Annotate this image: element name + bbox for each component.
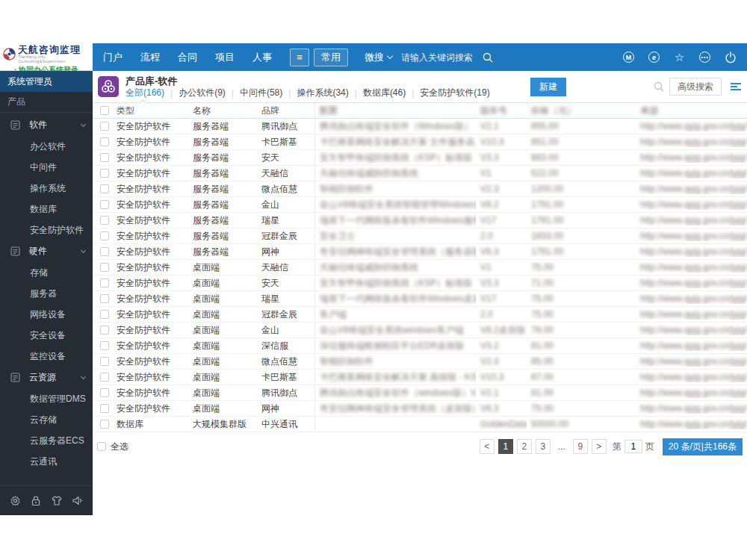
table-row[interactable]: 安全防护软件桌面端网神奇安信网神终端安全管理系统（桌面版）V6.375.00ht… [93, 401, 747, 417]
row-checkbox[interactable] [100, 184, 109, 193]
table-row[interactable]: 安全防护软件服务器端微点佰慧智能防御软件V2.31200.00http://ww… [93, 181, 747, 197]
row-checkbox[interactable] [100, 373, 109, 382]
table-search-icon[interactable] [653, 81, 665, 93]
page-jump-input[interactable] [624, 440, 642, 453]
menu-icon[interactable]: ≡ [290, 49, 309, 66]
theme-shirt-icon[interactable] [50, 494, 63, 508]
table-row[interactable]: 安全防护软件桌面端微点佰慧智能防御软件V2.385.00http://www.q… [93, 354, 747, 370]
nav-item-4[interactable]: 人事 [252, 51, 272, 64]
search-scope-label[interactable]: 微搜 [365, 51, 384, 64]
sound-speaker-icon[interactable] [71, 494, 84, 508]
tab-2[interactable]: 中间件(58) [240, 87, 282, 99]
sidebar-item-2-1[interactable]: 云存储 [0, 409, 93, 430]
settings-gear-icon[interactable] [8, 494, 22, 508]
global-search-input[interactable] [401, 52, 482, 63]
row-checkbox[interactable] [100, 247, 109, 256]
sidebar-item-2-3[interactable]: 云通讯 [0, 451, 93, 472]
table-row[interactable]: 安全防护软件桌面端安天安天智甲终端防御系统（KSP）标准版V3.371.00ht… [93, 276, 747, 291]
blurred-text: http://www.qyjg.gov.cn/jyjg/ [640, 419, 747, 429]
row-checkbox[interactable] [100, 169, 109, 178]
row-checkbox[interactable] [100, 122, 109, 131]
table-row[interactable]: 安全防护软件桌面端瑞星瑞星下一代网络版杀毒软件Windows桌面版V1775.0… [93, 291, 747, 307]
row-checkbox[interactable] [100, 357, 109, 366]
row-checkbox[interactable] [100, 326, 109, 335]
sidebar-item-1-0[interactable]: 存储 [0, 262, 93, 283]
page-size-summary[interactable]: 20 条/页|共166条 [663, 438, 743, 455]
table-row[interactable]: 安全防护软件服务器端网神奇安信网神终端安全管理系统（服务器版）V6.31791.… [93, 244, 747, 260]
table-row[interactable]: 数据库大规模集群版中兴通讯GoldenData s...50000.00http… [93, 417, 747, 432]
sidebar-item-1-3[interactable]: 安全设备 [0, 325, 93, 346]
page-button-9[interactable]: 9 [573, 439, 588, 454]
lock-icon[interactable] [29, 494, 43, 508]
search-icon[interactable] [482, 52, 494, 63]
tab-1[interactable]: 办公软件(9) [179, 87, 226, 99]
sidebar-item-1-2[interactable]: 网络设备 [0, 304, 93, 325]
sidebar-item-1-4[interactable]: 监控设备 [0, 346, 93, 367]
advanced-search-button[interactable]: 高级搜索 [669, 78, 722, 96]
sidebar-item-0-0[interactable]: 办公软件 [0, 136, 93, 157]
sidebar-item-1-1[interactable]: 服务器 [0, 283, 93, 304]
row-checkbox[interactable] [100, 404, 109, 413]
table-row[interactable]: 安全防护软件服务器端卡巴斯基卡巴斯基网络安全解决方案 文件服务器…V10.385… [93, 134, 747, 150]
page-button-1[interactable]: 1 [498, 439, 513, 454]
m-circle-icon[interactable]: M [622, 51, 635, 63]
row-checkbox[interactable] [100, 294, 109, 303]
row-checkbox[interactable] [100, 279, 109, 287]
table-row[interactable]: 安全防护软件桌面端天融信天融信终端威胁防御系统V175.00http://www… [93, 260, 747, 276]
sidebar-item-0-1[interactable]: 中间件 [0, 157, 93, 178]
sidebar-item-2-0[interactable]: 数据管理DMS [0, 388, 93, 409]
star-icon[interactable]: ☆ [673, 51, 686, 63]
nav-item-2[interactable]: 合同 [178, 51, 197, 64]
next-page-button[interactable]: > [592, 439, 607, 454]
table-row[interactable]: 安全防护软件桌面端卡巴斯基卡巴斯基网络安全解决方案 高级版 - KSCV10.3… [93, 370, 747, 385]
table-row[interactable]: 安全防护软件服务器端金山金山V8终端安全系统智能管理Windows服务器版V8.… [93, 197, 747, 213]
sidebar-item-2-2[interactable]: 云服务器ECS [0, 430, 93, 451]
table-row[interactable]: 安全防护软件桌面端金山金山V8终端安全系统windows客户端V8.2桌面版76… [93, 323, 747, 338]
table-row[interactable]: 安全防护软件服务器端冠群金辰安全卫士2.01833.00http://www.q… [93, 228, 747, 244]
row-checkbox[interactable] [100, 310, 109, 319]
message-e-icon[interactable]: e [648, 51, 660, 63]
nav-item-pinned[interactable]: 常用 [314, 49, 348, 66]
nav-item-1[interactable]: 流程 [140, 51, 160, 64]
table-search-input[interactable] [572, 78, 653, 96]
table-row[interactable]: 安全防护软件服务器端安天安天智甲终端防御系统（KSP）标准版V3.3883.00… [93, 150, 747, 166]
tab-3[interactable]: 操作系统(34) [297, 87, 348, 99]
tab-4[interactable]: 数据库(46) [363, 87, 406, 99]
row-checkbox[interactable] [100, 216, 109, 225]
table-row[interactable]: 安全防护软件服务器端瑞星瑞星下一代网络版杀毒软件Windows服务器版V1717… [93, 213, 747, 228]
more-dots-icon[interactable]: ••• [698, 51, 711, 63]
row-checkbox[interactable] [100, 200, 109, 209]
sidebar-item-0-4[interactable]: 安全防护软件 [0, 220, 93, 240]
table-row[interactable]: 安全防护软件服务器端天融信天融信终端威胁防御系统V1522.00http://w… [93, 166, 747, 181]
nav-item-0[interactable]: 门户 [103, 51, 123, 64]
table-row[interactable]: 安全防护软件服务器端腾讯御点腾讯御点终端安全软件（Windows版）V2.185… [93, 119, 747, 134]
table-row[interactable]: 安全防护软件桌面端冠群金辰客户端2.075.00http://www.qyjg.… [93, 307, 747, 323]
power-icon[interactable] [724, 51, 737, 63]
select-all-header-checkbox[interactable] [93, 106, 112, 115]
sidebar-item-0-3[interactable]: 数据库 [0, 199, 93, 220]
row-checkbox[interactable] [100, 420, 109, 429]
sidebar-role[interactable]: 系统管理员 [0, 71, 93, 92]
sidebar-item-0-2[interactable]: 操作系统 [0, 178, 93, 199]
row-checkbox[interactable] [100, 137, 109, 146]
sidebar-group-0[interactable]: 软件 [0, 114, 93, 136]
tab-0[interactable]: 全部(166) [125, 87, 164, 99]
select-all-checkbox[interactable] [97, 442, 106, 451]
row-checkbox[interactable] [100, 231, 109, 240]
prev-page-button[interactable]: < [480, 439, 495, 454]
table-row[interactable]: 安全防护软件桌面端腾讯御点腾讯御点终端安全软件（windows版）V2.1V2.… [93, 385, 747, 401]
row-checkbox[interactable] [100, 388, 109, 397]
page-button-2[interactable]: 2 [517, 439, 532, 454]
sidebar-group-1[interactable]: 硬件 [0, 240, 93, 262]
list-view-icon[interactable] [731, 83, 741, 90]
table-row[interactable]: 安全防护软件桌面端深信服深信服终端检测响应平台EDR桌面版V3.281.00ht… [93, 338, 747, 354]
row-checkbox[interactable] [100, 263, 109, 272]
row-checkbox[interactable] [100, 341, 109, 350]
nav-item-3[interactable]: 项目 [215, 51, 235, 64]
sidebar-group-2[interactable]: 云资源 [0, 367, 93, 388]
tab-5[interactable]: 安全防护软件(19) [420, 87, 489, 99]
new-button[interactable]: 新建 [530, 78, 566, 96]
select-all-control[interactable]: 全选 [97, 441, 128, 453]
row-checkbox[interactable] [100, 153, 109, 162]
page-button-3[interactable]: 3 [536, 439, 551, 454]
